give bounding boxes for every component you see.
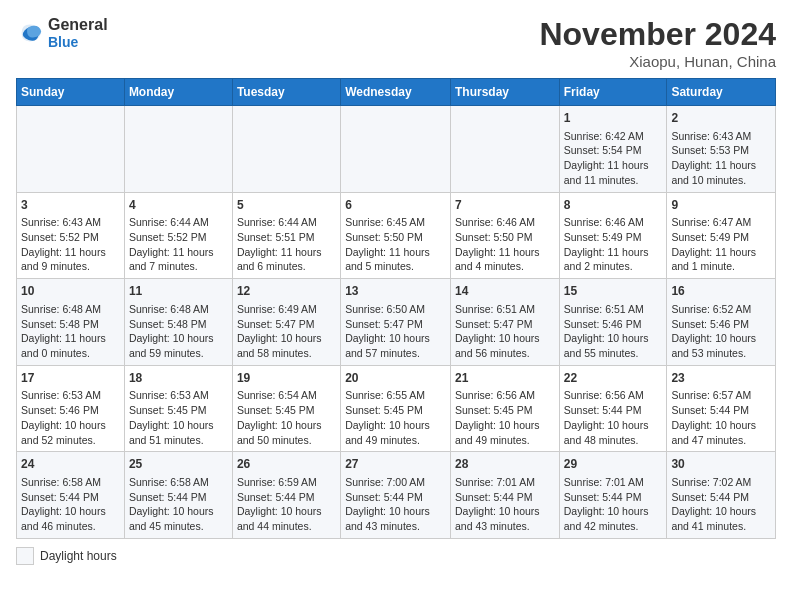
calendar-cell: 20Sunrise: 6:55 AM Sunset: 5:45 PM Dayli… [341,365,451,452]
column-header-tuesday: Tuesday [232,79,340,106]
calendar-week-5: 24Sunrise: 6:58 AM Sunset: 5:44 PM Dayli… [17,452,776,539]
day-info: Sunrise: 6:51 AM Sunset: 5:47 PM Dayligh… [455,302,555,361]
calendar-cell: 8Sunrise: 6:46 AM Sunset: 5:49 PM Daylig… [559,192,667,279]
calendar-cell: 9Sunrise: 6:47 AM Sunset: 5:49 PM Daylig… [667,192,776,279]
day-number: 12 [237,283,336,300]
column-header-monday: Monday [124,79,232,106]
calendar-cell: 6Sunrise: 6:45 AM Sunset: 5:50 PM Daylig… [341,192,451,279]
day-number: 2 [671,110,771,127]
calendar-week-3: 10Sunrise: 6:48 AM Sunset: 5:48 PM Dayli… [17,279,776,366]
logo-icon [16,19,44,47]
title-block: November 2024 Xiaopu, Hunan, China [539,16,776,70]
day-number: 22 [564,370,663,387]
day-info: Sunrise: 6:45 AM Sunset: 5:50 PM Dayligh… [345,215,446,274]
day-number: 15 [564,283,663,300]
calendar-cell: 24Sunrise: 6:58 AM Sunset: 5:44 PM Dayli… [17,452,125,539]
day-info: Sunrise: 6:46 AM Sunset: 5:50 PM Dayligh… [455,215,555,274]
day-info: Sunrise: 6:47 AM Sunset: 5:49 PM Dayligh… [671,215,771,274]
day-number: 29 [564,456,663,473]
calendar-cell: 22Sunrise: 6:56 AM Sunset: 5:44 PM Dayli… [559,365,667,452]
calendar-cell [124,106,232,193]
day-info: Sunrise: 6:51 AM Sunset: 5:46 PM Dayligh… [564,302,663,361]
legend-label: Daylight hours [40,549,117,563]
day-number: 25 [129,456,228,473]
calendar-cell [341,106,451,193]
day-info: Sunrise: 6:48 AM Sunset: 5:48 PM Dayligh… [129,302,228,361]
calendar-cell [450,106,559,193]
column-header-sunday: Sunday [17,79,125,106]
calendar-week-2: 3Sunrise: 6:43 AM Sunset: 5:52 PM Daylig… [17,192,776,279]
day-info: Sunrise: 6:46 AM Sunset: 5:49 PM Dayligh… [564,215,663,274]
calendar-cell: 11Sunrise: 6:48 AM Sunset: 5:48 PM Dayli… [124,279,232,366]
day-number: 5 [237,197,336,214]
day-number: 24 [21,456,120,473]
column-header-thursday: Thursday [450,79,559,106]
calendar-cell: 19Sunrise: 6:54 AM Sunset: 5:45 PM Dayli… [232,365,340,452]
day-number: 19 [237,370,336,387]
calendar-cell: 10Sunrise: 6:48 AM Sunset: 5:48 PM Dayli… [17,279,125,366]
day-info: Sunrise: 7:02 AM Sunset: 5:44 PM Dayligh… [671,475,771,534]
day-number: 20 [345,370,446,387]
day-number: 9 [671,197,771,214]
logo-text: General Blue [48,16,108,50]
legend-box [16,547,34,565]
day-info: Sunrise: 6:56 AM Sunset: 5:44 PM Dayligh… [564,388,663,447]
legend: Daylight hours [16,547,776,565]
calendar-cell: 2Sunrise: 6:43 AM Sunset: 5:53 PM Daylig… [667,106,776,193]
day-info: Sunrise: 7:01 AM Sunset: 5:44 PM Dayligh… [455,475,555,534]
day-info: Sunrise: 6:58 AM Sunset: 5:44 PM Dayligh… [129,475,228,534]
day-info: Sunrise: 6:48 AM Sunset: 5:48 PM Dayligh… [21,302,120,361]
calendar-cell: 7Sunrise: 6:46 AM Sunset: 5:50 PM Daylig… [450,192,559,279]
day-number: 28 [455,456,555,473]
day-number: 18 [129,370,228,387]
day-info: Sunrise: 6:53 AM Sunset: 5:46 PM Dayligh… [21,388,120,447]
calendar-cell: 21Sunrise: 6:56 AM Sunset: 5:45 PM Dayli… [450,365,559,452]
calendar-cell: 18Sunrise: 6:53 AM Sunset: 5:45 PM Dayli… [124,365,232,452]
day-number: 16 [671,283,771,300]
calendar-cell: 27Sunrise: 7:00 AM Sunset: 5:44 PM Dayli… [341,452,451,539]
day-info: Sunrise: 7:01 AM Sunset: 5:44 PM Dayligh… [564,475,663,534]
calendar-cell [232,106,340,193]
day-info: Sunrise: 6:50 AM Sunset: 5:47 PM Dayligh… [345,302,446,361]
day-info: Sunrise: 6:53 AM Sunset: 5:45 PM Dayligh… [129,388,228,447]
day-info: Sunrise: 6:44 AM Sunset: 5:51 PM Dayligh… [237,215,336,274]
calendar-cell: 28Sunrise: 7:01 AM Sunset: 5:44 PM Dayli… [450,452,559,539]
day-info: Sunrise: 6:57 AM Sunset: 5:44 PM Dayligh… [671,388,771,447]
day-info: Sunrise: 6:55 AM Sunset: 5:45 PM Dayligh… [345,388,446,447]
calendar-week-4: 17Sunrise: 6:53 AM Sunset: 5:46 PM Dayli… [17,365,776,452]
logo: General Blue [16,16,108,50]
day-info: Sunrise: 6:58 AM Sunset: 5:44 PM Dayligh… [21,475,120,534]
page-subtitle: Xiaopu, Hunan, China [539,53,776,70]
day-info: Sunrise: 6:49 AM Sunset: 5:47 PM Dayligh… [237,302,336,361]
day-number: 30 [671,456,771,473]
day-number: 14 [455,283,555,300]
calendar-cell [17,106,125,193]
calendar-cell: 5Sunrise: 6:44 AM Sunset: 5:51 PM Daylig… [232,192,340,279]
day-info: Sunrise: 6:59 AM Sunset: 5:44 PM Dayligh… [237,475,336,534]
day-info: Sunrise: 6:44 AM Sunset: 5:52 PM Dayligh… [129,215,228,274]
calendar-cell: 1Sunrise: 6:42 AM Sunset: 5:54 PM Daylig… [559,106,667,193]
day-number: 11 [129,283,228,300]
calendar-week-1: 1Sunrise: 6:42 AM Sunset: 5:54 PM Daylig… [17,106,776,193]
day-number: 27 [345,456,446,473]
calendar-cell: 13Sunrise: 6:50 AM Sunset: 5:47 PM Dayli… [341,279,451,366]
day-info: Sunrise: 6:52 AM Sunset: 5:46 PM Dayligh… [671,302,771,361]
calendar-cell: 23Sunrise: 6:57 AM Sunset: 5:44 PM Dayli… [667,365,776,452]
page-header: General Blue November 2024 Xiaopu, Hunan… [16,16,776,70]
day-number: 4 [129,197,228,214]
day-info: Sunrise: 6:56 AM Sunset: 5:45 PM Dayligh… [455,388,555,447]
day-number: 23 [671,370,771,387]
column-header-wednesday: Wednesday [341,79,451,106]
day-number: 13 [345,283,446,300]
day-number: 26 [237,456,336,473]
column-header-saturday: Saturday [667,79,776,106]
calendar-cell: 16Sunrise: 6:52 AM Sunset: 5:46 PM Dayli… [667,279,776,366]
calendar-cell: 30Sunrise: 7:02 AM Sunset: 5:44 PM Dayli… [667,452,776,539]
page-title: November 2024 [539,16,776,53]
calendar-header: SundayMondayTuesdayWednesdayThursdayFrid… [17,79,776,106]
calendar-cell: 4Sunrise: 6:44 AM Sunset: 5:52 PM Daylig… [124,192,232,279]
calendar-cell: 14Sunrise: 6:51 AM Sunset: 5:47 PM Dayli… [450,279,559,366]
calendar-cell: 26Sunrise: 6:59 AM Sunset: 5:44 PM Dayli… [232,452,340,539]
column-header-friday: Friday [559,79,667,106]
calendar-cell: 12Sunrise: 6:49 AM Sunset: 5:47 PM Dayli… [232,279,340,366]
